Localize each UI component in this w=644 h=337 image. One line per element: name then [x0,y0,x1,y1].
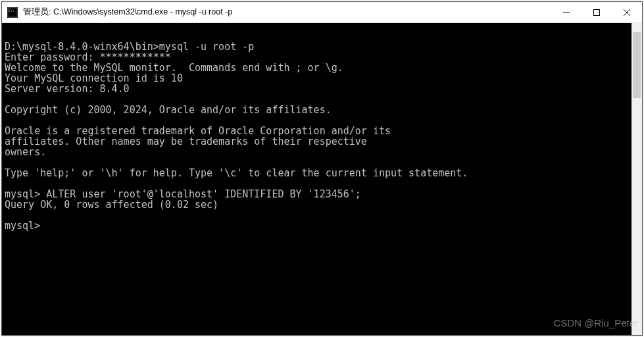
close-button[interactable] [612,2,642,22]
minimize-button[interactable] [551,2,582,22]
scrollbar-thumb[interactable] [633,32,641,98]
svg-rect-4 [594,9,600,15]
svg-text:C:\: C:\ [9,9,14,13]
scrollbar[interactable] [632,23,642,335]
titlebar[interactable]: C:\ 管理员: C:\Windows\system32\cmd.exe - m… [2,2,642,23]
cmd-window: C:\ 管理员: C:\Windows\system32\cmd.exe - m… [1,1,643,336]
window-title: 管理员: C:\Windows\system32\cmd.exe - mysql… [23,7,551,18]
terminal-body[interactable]: D:\mysql-8.4.0-winx64\bin>mysql -u root … [2,23,642,335]
watermark: CSDN @Riu_Peter [553,317,638,328]
cmd-icon: C:\ [7,7,18,18]
terminal-output: D:\mysql-8.4.0-winx64\bin>mysql -u root … [2,23,642,231]
maximize-button[interactable] [582,2,612,22]
window-controls [551,2,642,22]
